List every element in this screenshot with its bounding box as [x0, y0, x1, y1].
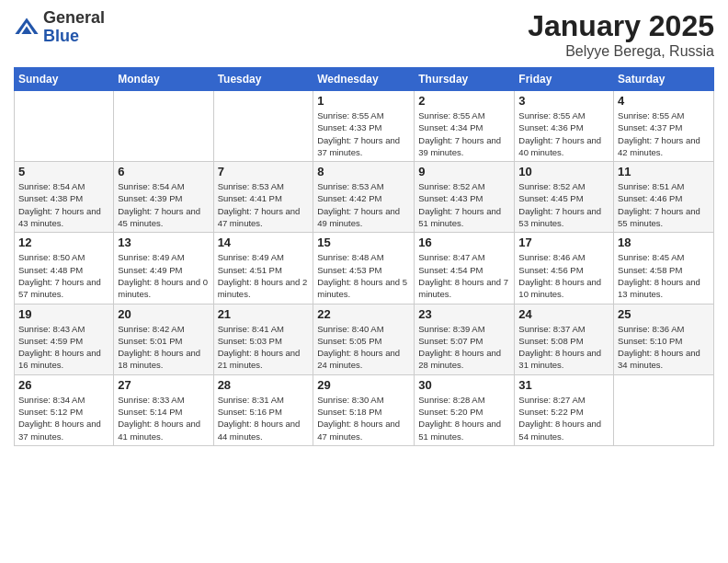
- header: General Blue January 2025 Belyye Berega,…: [14, 9, 714, 60]
- day-number: 18: [618, 236, 710, 249]
- calendar-cell: 28Sunrise: 8:31 AM Sunset: 5:16 PM Dayli…: [213, 374, 313, 445]
- day-number: 16: [418, 236, 510, 249]
- calendar-cell: 5Sunrise: 8:54 AM Sunset: 4:38 PM Daylig…: [15, 162, 114, 233]
- calendar-cell: 20Sunrise: 8:42 AM Sunset: 5:01 PM Dayli…: [114, 304, 213, 374]
- calendar: SundayMondayTuesdayWednesdayThursdayFrid…: [14, 67, 714, 446]
- calendar-cell: [15, 91, 114, 162]
- weekday-header: Tuesday: [213, 68, 313, 91]
- day-number: 14: [218, 236, 310, 249]
- day-info: Sunrise: 8:41 AM Sunset: 5:03 PM Dayligh…: [218, 323, 310, 372]
- calendar-week-row: 26Sunrise: 8:34 AM Sunset: 5:12 PM Dayli…: [15, 374, 714, 445]
- location-title: Belyye Berega, Russia: [528, 43, 714, 60]
- day-number: 24: [518, 307, 609, 321]
- day-info: Sunrise: 8:47 AM Sunset: 4:54 PM Dayligh…: [418, 251, 510, 300]
- logo-general-text: General: [43, 9, 105, 28]
- calendar-cell: 26Sunrise: 8:34 AM Sunset: 5:12 PM Dayli…: [15, 374, 114, 445]
- calendar-cell: 15Sunrise: 8:48 AM Sunset: 4:53 PM Dayli…: [313, 233, 415, 304]
- calendar-cell: 24Sunrise: 8:37 AM Sunset: 5:08 PM Dayli…: [515, 304, 614, 374]
- calendar-week-row: 12Sunrise: 8:50 AM Sunset: 4:48 PM Dayli…: [15, 233, 714, 304]
- calendar-body: 1Sunrise: 8:55 AM Sunset: 4:33 PM Daylig…: [15, 91, 714, 446]
- day-number: 10: [518, 165, 609, 178]
- calendar-cell: 11Sunrise: 8:51 AM Sunset: 4:46 PM Dayli…: [614, 162, 714, 233]
- day-info: Sunrise: 8:55 AM Sunset: 4:37 PM Dayligh…: [618, 109, 710, 158]
- day-number: 26: [18, 378, 109, 392]
- day-number: 25: [618, 307, 710, 321]
- calendar-cell: 30Sunrise: 8:28 AM Sunset: 5:20 PM Dayli…: [415, 374, 515, 445]
- day-info: Sunrise: 8:45 AM Sunset: 4:58 PM Dayligh…: [618, 251, 710, 300]
- day-info: Sunrise: 8:28 AM Sunset: 5:20 PM Dayligh…: [418, 394, 510, 442]
- day-number: 15: [317, 236, 410, 249]
- day-info: Sunrise: 8:49 AM Sunset: 4:49 PM Dayligh…: [118, 251, 209, 300]
- day-number: 7: [218, 165, 310, 178]
- calendar-cell: 6Sunrise: 8:54 AM Sunset: 4:39 PM Daylig…: [114, 162, 213, 233]
- calendar-cell: 4Sunrise: 8:55 AM Sunset: 4:37 PM Daylig…: [614, 91, 714, 162]
- day-number: 6: [118, 165, 209, 178]
- weekday-header: Friday: [515, 68, 614, 91]
- day-info: Sunrise: 8:42 AM Sunset: 5:01 PM Dayligh…: [118, 323, 209, 372]
- day-info: Sunrise: 8:34 AM Sunset: 5:12 PM Dayligh…: [18, 394, 109, 442]
- calendar-week-row: 1Sunrise: 8:55 AM Sunset: 4:33 PM Daylig…: [15, 91, 714, 162]
- day-info: Sunrise: 8:54 AM Sunset: 4:38 PM Dayligh…: [18, 180, 109, 229]
- day-number: 5: [18, 165, 109, 178]
- day-info: Sunrise: 8:48 AM Sunset: 4:53 PM Dayligh…: [317, 251, 410, 300]
- day-number: 21: [218, 307, 310, 321]
- page: General Blue January 2025 Belyye Berega,…: [0, 0, 728, 563]
- calendar-cell: 10Sunrise: 8:52 AM Sunset: 4:45 PM Dayli…: [515, 162, 614, 233]
- calendar-header-row: SundayMondayTuesdayWednesdayThursdayFrid…: [15, 68, 714, 91]
- day-number: 1: [317, 94, 410, 108]
- month-title: January 2025: [528, 9, 714, 43]
- day-number: 22: [317, 307, 410, 321]
- calendar-cell: 12Sunrise: 8:50 AM Sunset: 4:48 PM Dayli…: [15, 233, 114, 304]
- day-info: Sunrise: 8:36 AM Sunset: 5:10 PM Dayligh…: [618, 323, 710, 372]
- day-number: 28: [218, 378, 310, 392]
- day-number: 9: [418, 165, 510, 178]
- day-info: Sunrise: 8:53 AM Sunset: 4:41 PM Dayligh…: [218, 180, 310, 229]
- calendar-cell: 9Sunrise: 8:52 AM Sunset: 4:43 PM Daylig…: [415, 162, 515, 233]
- logo-icon: [14, 15, 40, 40]
- day-number: 29: [317, 378, 410, 392]
- day-info: Sunrise: 8:27 AM Sunset: 5:22 PM Dayligh…: [518, 394, 609, 442]
- day-info: Sunrise: 8:50 AM Sunset: 4:48 PM Dayligh…: [18, 251, 109, 300]
- day-number: 17: [518, 236, 609, 249]
- calendar-cell: 2Sunrise: 8:55 AM Sunset: 4:34 PM Daylig…: [415, 91, 515, 162]
- weekday-header: Monday: [114, 68, 213, 91]
- day-info: Sunrise: 8:33 AM Sunset: 5:14 PM Dayligh…: [118, 394, 209, 442]
- calendar-cell: 16Sunrise: 8:47 AM Sunset: 4:54 PM Dayli…: [415, 233, 515, 304]
- calendar-cell: 7Sunrise: 8:53 AM Sunset: 4:41 PM Daylig…: [213, 162, 313, 233]
- calendar-cell: 13Sunrise: 8:49 AM Sunset: 4:49 PM Dayli…: [114, 233, 213, 304]
- calendar-cell: 31Sunrise: 8:27 AM Sunset: 5:22 PM Dayli…: [515, 374, 614, 445]
- day-number: 13: [118, 236, 209, 249]
- day-info: Sunrise: 8:55 AM Sunset: 4:33 PM Dayligh…: [317, 109, 410, 158]
- day-number: 31: [518, 378, 609, 392]
- calendar-week-row: 19Sunrise: 8:43 AM Sunset: 4:59 PM Dayli…: [15, 304, 714, 374]
- calendar-cell: 29Sunrise: 8:30 AM Sunset: 5:18 PM Dayli…: [313, 374, 415, 445]
- day-number: 19: [18, 307, 109, 321]
- day-info: Sunrise: 8:39 AM Sunset: 5:07 PM Dayligh…: [418, 323, 510, 372]
- calendar-cell: 3Sunrise: 8:55 AM Sunset: 4:36 PM Daylig…: [515, 91, 614, 162]
- day-number: 8: [317, 165, 410, 178]
- day-info: Sunrise: 8:49 AM Sunset: 4:51 PM Dayligh…: [218, 251, 310, 300]
- day-number: 30: [418, 378, 510, 392]
- day-info: Sunrise: 8:54 AM Sunset: 4:39 PM Dayligh…: [118, 180, 209, 229]
- logo: General Blue: [14, 9, 105, 46]
- title-block: January 2025 Belyye Berega, Russia: [528, 9, 714, 60]
- day-info: Sunrise: 8:30 AM Sunset: 5:18 PM Dayligh…: [317, 394, 410, 442]
- calendar-cell: [213, 91, 313, 162]
- day-number: 2: [418, 94, 510, 108]
- logo-text: General Blue: [43, 9, 105, 46]
- day-number: 23: [418, 307, 510, 321]
- calendar-cell: 1Sunrise: 8:55 AM Sunset: 4:33 PM Daylig…: [313, 91, 415, 162]
- calendar-cell: 27Sunrise: 8:33 AM Sunset: 5:14 PM Dayli…: [114, 374, 213, 445]
- calendar-cell: 14Sunrise: 8:49 AM Sunset: 4:51 PM Dayli…: [213, 233, 313, 304]
- day-info: Sunrise: 8:40 AM Sunset: 5:05 PM Dayligh…: [317, 323, 410, 372]
- calendar-cell: 17Sunrise: 8:46 AM Sunset: 4:56 PM Dayli…: [515, 233, 614, 304]
- day-info: Sunrise: 8:55 AM Sunset: 4:34 PM Dayligh…: [418, 109, 510, 158]
- day-number: 27: [118, 378, 209, 392]
- day-info: Sunrise: 8:51 AM Sunset: 4:46 PM Dayligh…: [618, 180, 710, 229]
- day-number: 3: [518, 94, 609, 108]
- day-info: Sunrise: 8:53 AM Sunset: 4:42 PM Dayligh…: [317, 180, 410, 229]
- day-info: Sunrise: 8:52 AM Sunset: 4:45 PM Dayligh…: [518, 180, 609, 229]
- day-info: Sunrise: 8:46 AM Sunset: 4:56 PM Dayligh…: [518, 251, 609, 300]
- calendar-cell: 23Sunrise: 8:39 AM Sunset: 5:07 PM Dayli…: [415, 304, 515, 374]
- weekday-header: Saturday: [614, 68, 714, 91]
